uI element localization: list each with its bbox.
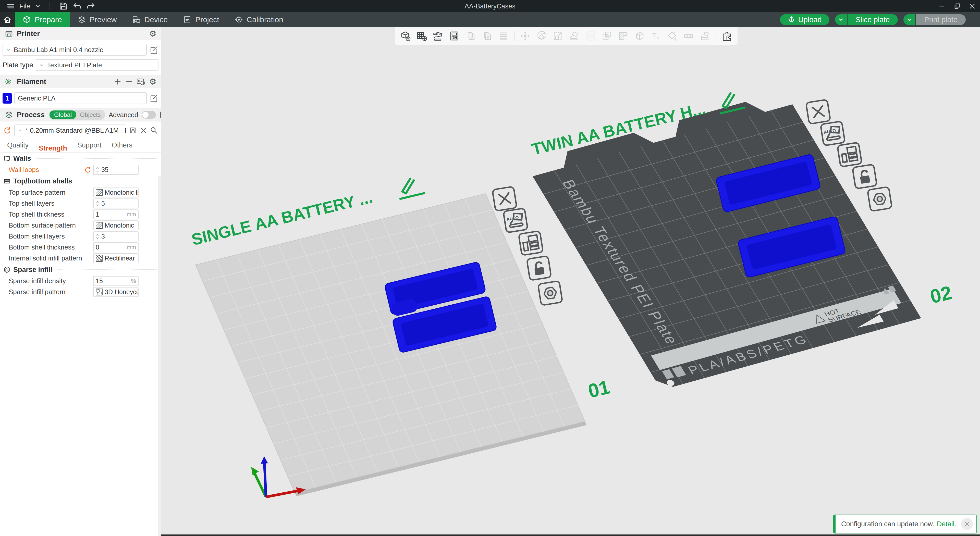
bottom-shell-layers-input[interactable]: 3 xyxy=(93,231,138,241)
restore-button[interactable] xyxy=(950,0,965,12)
scene-canvas: HOT SURFACE PLA/ABS/PETG Bambu Textured … xyxy=(161,27,980,536)
bottom-shell-thickness-input[interactable]: 0 mm xyxy=(93,242,138,252)
wall-loops-input[interactable]: 35 xyxy=(93,165,138,175)
plate-2-lock-icon[interactable] xyxy=(853,164,877,189)
bottom-surface-pattern-select[interactable]: Monotonic xyxy=(93,220,138,231)
tab-device[interactable]: Device xyxy=(124,12,175,27)
edit-plate-name-icon[interactable] xyxy=(396,176,424,199)
print-dropdown-chevron[interactable] xyxy=(904,14,915,25)
file-menu[interactable]: File xyxy=(19,2,30,10)
top-shell-thickness-input[interactable]: 1 mm xyxy=(93,210,138,219)
tab-calibration[interactable]: Calibration xyxy=(227,12,291,27)
shells-icon xyxy=(3,177,11,185)
notification-detail-link[interactable]: Detail. xyxy=(937,520,956,528)
plate-2-arrange-icon[interactable] xyxy=(837,142,862,167)
edit-printer-icon[interactable] xyxy=(149,45,159,54)
negative-part-icon[interactable] xyxy=(617,30,629,41)
setting-row-top-shell-thickness: Top shell thickness 1 mm xyxy=(0,209,161,220)
filament-spool-icon xyxy=(5,77,13,86)
process-preset-select[interactable]: * 0.20mm Standard @BBL A1M - Dean xyxy=(14,124,126,136)
plate-1-lock-icon[interactable] xyxy=(527,256,551,280)
upload-button[interactable]: Upload xyxy=(780,14,829,25)
tab-support[interactable]: Support xyxy=(77,142,102,152)
text-tool-icon[interactable]: Ta xyxy=(650,30,662,41)
printer-select[interactable]: Bambu Lab A1 mini 0.4 nozzle xyxy=(3,44,147,56)
advanced-toggle[interactable] xyxy=(142,111,156,119)
hamburger-menu-icon[interactable] xyxy=(6,2,15,10)
move-icon[interactable] xyxy=(520,30,531,41)
tab-prepare[interactable]: Prepare xyxy=(15,12,70,27)
add-filament-icon[interactable] xyxy=(114,78,121,86)
split-to-parts-icon[interactable]: P xyxy=(481,30,493,41)
reset-value-icon[interactable] xyxy=(84,166,93,173)
top-shell-layers-input[interactable]: 5 xyxy=(93,199,138,208)
add-model-icon[interactable] xyxy=(400,30,411,41)
home-button[interactable] xyxy=(0,12,15,27)
minimize-button[interactable] xyxy=(934,0,950,12)
split-plate-icon[interactable] xyxy=(585,30,596,41)
undo-icon[interactable] xyxy=(73,2,82,11)
filament-select[interactable]: Generic PLA xyxy=(14,92,147,104)
assembly-icon[interactable] xyxy=(699,30,711,41)
plate-1-arrange-icon[interactable] xyxy=(519,231,543,255)
rotate-icon[interactable] xyxy=(536,30,547,41)
filament-settings-gear-icon[interactable]: ⚙ xyxy=(149,78,156,86)
plate-1-settings-icon[interactable] xyxy=(538,281,563,305)
save-icon[interactable] xyxy=(59,2,68,11)
plate-2-delete-icon[interactable] xyxy=(806,100,830,124)
print-plate-button[interactable]: Print plate xyxy=(916,14,966,25)
paint-icon[interactable] xyxy=(667,30,678,41)
save-preset-icon[interactable] xyxy=(129,127,137,134)
edit-filament-icon[interactable] xyxy=(149,94,159,103)
sparse-infill-pattern-select[interactable]: 3D Honeyco... xyxy=(93,287,138,297)
sparse-infill-density-input[interactable]: 15 % xyxy=(93,276,138,286)
plugins-puzzle-icon[interactable] xyxy=(721,30,732,41)
plate-1-delete-icon[interactable] xyxy=(492,186,517,211)
file-menu-chevron-icon[interactable] xyxy=(35,3,41,9)
top-surface-pattern-select[interactable]: Monotonic li... xyxy=(93,188,138,197)
split-to-objects-icon[interactable]: 0 xyxy=(465,30,476,41)
ams-sync-icon[interactable] xyxy=(136,77,145,86)
sidebar-scrollbar[interactable] xyxy=(158,176,161,536)
plate-2-auto-orient-icon[interactable]: AUTO xyxy=(821,121,845,146)
close-button[interactable] xyxy=(965,0,980,12)
variable-layer-height-icon[interactable] xyxy=(498,30,509,41)
tab-project[interactable]: Project xyxy=(175,12,227,27)
tab-quality[interactable]: Quality xyxy=(7,142,29,152)
update-notification: Configuration can update now. Detail. xyxy=(833,515,977,533)
cut-icon[interactable] xyxy=(634,30,645,41)
lay-on-face-icon[interactable] xyxy=(569,30,580,41)
arrange-icon[interactable] xyxy=(449,30,460,41)
boolean-icon[interactable] xyxy=(601,30,612,41)
add-plate-icon[interactable] xyxy=(416,30,427,41)
scale-icon[interactable] xyxy=(552,30,563,41)
redo-icon[interactable] xyxy=(86,2,95,11)
delete-preset-icon[interactable] xyxy=(140,127,147,134)
process-scope-toggle[interactable]: Global Objects xyxy=(49,110,105,120)
slice-dropdown-chevron[interactable] xyxy=(835,14,847,25)
upload-icon xyxy=(788,16,795,24)
plate-type-select[interactable]: Textured PEI Plate xyxy=(36,59,159,71)
printer-settings-gear-icon[interactable]: ⚙ xyxy=(149,30,156,38)
reset-preset-icon[interactable] xyxy=(3,126,11,134)
measure-icon[interactable] xyxy=(683,30,694,41)
viewport-3d[interactable]: HOT SURFACE PLA/ABS/PETG Bambu Textured … xyxy=(161,27,980,536)
process-list-icon[interactable] xyxy=(159,110,161,119)
filament-slot-badge[interactable]: 1 xyxy=(3,93,12,103)
search-settings-icon[interactable] xyxy=(150,126,158,134)
tab-others[interactable]: Others xyxy=(112,142,132,152)
remove-filament-icon[interactable] xyxy=(125,78,133,86)
build-plate-1[interactable] xyxy=(196,194,587,496)
tab-preview[interactable]: Preview xyxy=(70,12,124,27)
auto-orient-icon[interactable]: AUTO xyxy=(432,30,444,41)
plate-1-auto-orient-icon[interactable]: AUTO xyxy=(503,208,528,233)
process-section-header: Process Global Objects Advanced xyxy=(0,108,161,121)
tab-strength[interactable]: Strength xyxy=(39,145,67,152)
spinner-arrows-icon xyxy=(96,166,99,173)
slice-plate-button[interactable]: Slice plate xyxy=(848,14,898,25)
scope-objects[interactable]: Objects xyxy=(76,111,104,118)
plate-2-settings-icon[interactable] xyxy=(867,187,892,211)
notification-close-icon[interactable] xyxy=(961,518,973,530)
scope-global[interactable]: Global xyxy=(49,110,76,119)
internal-solid-infill-pattern-select[interactable]: Rectilinear xyxy=(93,253,138,263)
